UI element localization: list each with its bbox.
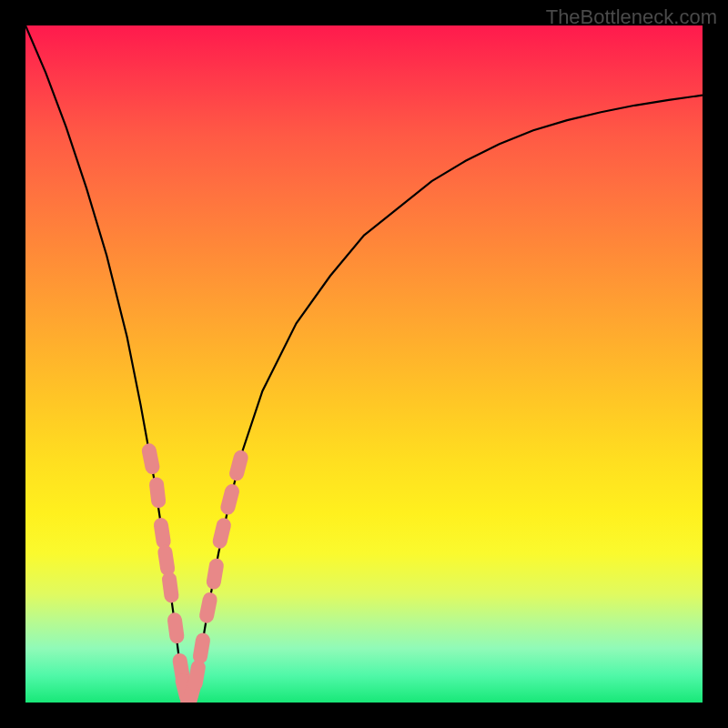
marker-bead <box>157 484 158 500</box>
highlighted-markers <box>149 450 241 703</box>
marker-bead <box>161 525 164 541</box>
marker-bead <box>220 525 224 541</box>
main-curve <box>25 25 703 703</box>
marker-bead <box>200 641 203 657</box>
marker-bead <box>149 450 153 467</box>
watermark-text: TheBottleneck.com <box>546 5 717 29</box>
marker-bead <box>196 667 198 683</box>
marker-bead <box>214 566 217 582</box>
marker-bead <box>237 458 241 473</box>
marker-bead <box>228 491 232 507</box>
chart-svg <box>25 25 703 703</box>
marker-bead <box>175 620 177 636</box>
marker-bead <box>165 552 167 569</box>
chart-container: TheBottleneck.com <box>0 0 728 728</box>
marker-bead <box>169 580 171 596</box>
marker-bead <box>207 600 210 616</box>
